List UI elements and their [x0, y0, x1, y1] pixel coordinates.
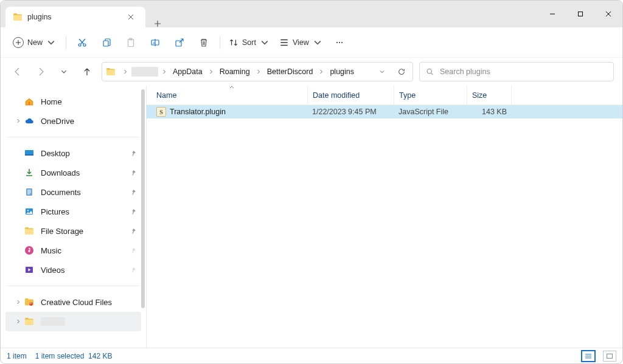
chevron-right-icon[interactable]	[119, 69, 131, 74]
javascript-file-icon: S	[156, 107, 166, 117]
share-button[interactable]	[167, 32, 192, 53]
svg-rect-3	[103, 41, 108, 46]
body: Home OneDrive Desktop Downloads Do	[1, 86, 622, 348]
view-button[interactable]: View	[274, 32, 327, 53]
sidebar-item-downloads[interactable]: Downloads	[5, 163, 141, 182]
share-icon	[175, 38, 184, 47]
nav-sidebar: Home OneDrive Desktop Downloads Do	[1, 86, 147, 348]
tabs-area: plugins	[1, 1, 170, 27]
file-name: Translator.plugin	[170, 108, 226, 116]
up-button[interactable]	[78, 63, 96, 80]
svg-rect-22	[607, 354, 613, 358]
address-history-button[interactable]	[374, 63, 391, 80]
column-header-date[interactable]: Date modified	[307, 86, 394, 105]
sidebar-item-label-redacted	[41, 317, 65, 326]
svg-point-10	[339, 41, 340, 43]
search-input[interactable]	[439, 67, 607, 77]
sort-label: Sort	[242, 38, 256, 47]
svg-rect-15	[25, 154, 33, 156]
maximize-button[interactable]	[566, 1, 594, 27]
back-button[interactable]	[9, 63, 26, 80]
cut-button[interactable]	[70, 32, 94, 53]
files-area[interactable]: S Translator.plugin 1/22/2023 9:45 PM Ja…	[147, 105, 622, 348]
titlebar: plugins	[1, 1, 622, 27]
column-header-name[interactable]: Name	[156, 86, 307, 105]
sort-button[interactable]: Sort	[224, 32, 274, 53]
sidebar-item-label: File Storage	[41, 227, 128, 236]
sidebar-item-file-storage[interactable]: File Storage	[5, 221, 141, 241]
large-icons-view-button[interactable]	[603, 351, 616, 362]
sidebar-item-redacted[interactable]	[5, 312, 141, 331]
close-window-button[interactable]	[594, 1, 622, 27]
column-header-size[interactable]: Size	[467, 86, 512, 105]
column-header-type[interactable]: Type	[394, 86, 467, 105]
file-row[interactable]: S Translator.plugin 1/22/2023 9:45 PM Ja…	[147, 105, 622, 118]
titlebar-drag-area[interactable]	[170, 1, 538, 27]
breadcrumb-item[interactable]: plugins	[327, 66, 357, 78]
tab-active[interactable]: plugins	[5, 7, 145, 27]
tab-title: plugins	[27, 13, 117, 21]
rename-button[interactable]: A	[143, 32, 167, 53]
chevron-down-icon	[260, 38, 270, 47]
chevron-down-icon	[46, 38, 56, 47]
chevron-right-icon[interactable]	[158, 69, 170, 74]
breadcrumb-item[interactable]: Roaming	[217, 66, 252, 78]
sidebar-item-label: Desktop	[41, 149, 128, 158]
breadcrumb-item[interactable]: AppData	[170, 66, 205, 78]
sidebar-item-videos[interactable]: Videos	[5, 260, 141, 280]
chevron-right-icon[interactable]	[14, 319, 23, 324]
refresh-button[interactable]	[393, 63, 410, 80]
sidebar-item-label: Videos	[41, 266, 128, 275]
new-tab-button[interactable]	[145, 20, 170, 27]
copy-button[interactable]	[94, 32, 119, 53]
search-box[interactable]	[419, 62, 614, 81]
sidebar-scrollbar[interactable]	[140, 89, 146, 344]
sidebar-item-onedrive[interactable]: OneDrive	[5, 111, 141, 131]
file-list-pane: Name Date modified Type Size S Translato…	[147, 86, 622, 348]
more-button[interactable]	[327, 32, 352, 53]
details-view-button[interactable]	[582, 351, 595, 362]
sidebar-item-home[interactable]: Home	[5, 92, 141, 111]
sidebar-item-pictures[interactable]: Pictures	[5, 202, 141, 221]
nav-row: AppData Roaming BetterDiscord plugins	[1, 58, 622, 86]
paste-button[interactable]	[119, 32, 143, 53]
svg-rect-14	[25, 150, 33, 151]
new-button[interactable]: New	[8, 32, 62, 53]
document-icon	[24, 187, 35, 197]
command-toolbar: New A Sort View	[1, 27, 622, 58]
cloud-icon	[24, 116, 35, 126]
plus-circle-icon	[13, 37, 24, 48]
folder-icon	[106, 67, 116, 77]
pin-icon	[128, 170, 137, 176]
sidebar-item-documents[interactable]: Documents	[5, 182, 141, 202]
sidebar-item-music[interactable]: Music	[5, 241, 141, 260]
close-tab-button[interactable]	[122, 9, 139, 26]
chevron-right-icon[interactable]	[315, 69, 327, 74]
forward-button[interactable]	[32, 63, 49, 80]
chevron-right-icon[interactable]	[14, 300, 23, 304]
pin-icon	[128, 267, 137, 273]
breadcrumb-item[interactable]: BetterDiscord	[265, 66, 316, 78]
scissors-icon	[77, 38, 87, 47]
delete-button[interactable]	[192, 32, 216, 53]
column-headers: Name Date modified Type Size	[147, 86, 622, 105]
chevron-right-icon[interactable]	[252, 69, 265, 74]
folder-icon	[13, 12, 23, 22]
file-date: 1/22/2023 9:45 PM	[307, 105, 394, 118]
sidebar-item-label: Downloads	[41, 168, 128, 177]
chevron-right-icon[interactable]	[14, 118, 23, 123]
sidebar-item-desktop[interactable]: Desktop	[5, 143, 141, 163]
chevron-down-icon	[313, 38, 322, 47]
address-bar[interactable]: AppData Roaming BetterDiscord plugins	[102, 62, 413, 81]
minimize-button[interactable]	[538, 1, 566, 27]
breadcrumb-item-redacted[interactable]	[131, 67, 158, 77]
music-icon	[24, 246, 35, 255]
chevron-right-icon[interactable]	[205, 69, 217, 74]
file-type: JavaScript File	[394, 105, 467, 118]
scrollbar-thumb[interactable]	[141, 89, 145, 308]
sidebar-item-creative-cloud[interactable]: Creative Cloud Files	[5, 292, 141, 312]
clipboard-icon	[126, 38, 136, 47]
divider	[8, 286, 139, 286]
sidebar-item-label: Music	[41, 246, 128, 255]
recent-locations-button[interactable]	[55, 63, 72, 80]
